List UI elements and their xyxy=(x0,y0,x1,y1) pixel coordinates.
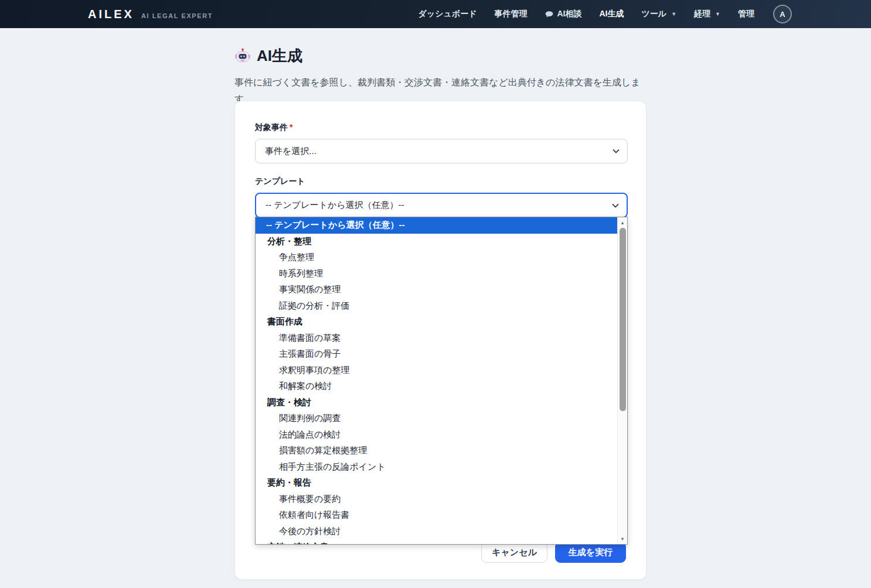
submit-generate-button[interactable]: 生成を実行 xyxy=(555,542,626,563)
nav-accounting-label: 経理 xyxy=(694,9,710,19)
nav-ai-consult-label: AI相談 xyxy=(557,9,582,19)
dropdown-scrollbar[interactable]: ▲ ▼ xyxy=(617,217,627,544)
dropdown-option[interactable]: 依頼者向け報告書 xyxy=(256,507,618,524)
chevron-down-icon xyxy=(613,149,620,153)
template-select-value: -- テンプレートから選択（任意）-- xyxy=(266,200,404,211)
page-title-text: AI生成 xyxy=(257,46,302,66)
scrollbar-thumb[interactable] xyxy=(620,228,626,411)
dropdown-option[interactable]: 事件概要の要約 xyxy=(256,491,618,508)
nav-dashboard[interactable]: ダッシュボード xyxy=(419,9,477,19)
dropdown-option[interactable]: 損害額の算定根拠整理 xyxy=(256,443,618,459)
dropdown-option[interactable]: 時系列整理 xyxy=(256,266,618,282)
dropdown-group-label[interactable]: 調査・検討 xyxy=(256,395,618,411)
nav-case-management[interactable]: 事件管理 xyxy=(495,9,528,19)
case-select[interactable]: 事件を選択... xyxy=(255,139,628,163)
dropdown-option[interactable]: 事実関係の整理 xyxy=(256,282,618,298)
user-avatar[interactable]: A xyxy=(773,5,792,23)
chevron-down-icon: ▼ xyxy=(671,11,676,17)
dropdown-option[interactable]: 関連判例の調査 xyxy=(256,411,618,427)
dropdown-group-label[interactable]: 分析・整理 xyxy=(256,234,618,250)
template-select[interactable]: -- テンプレートから選択（任意）-- xyxy=(255,193,628,218)
dropdown-option[interactable]: 法的論点の検討 xyxy=(256,427,618,443)
nav-tools[interactable]: ツール ▼ xyxy=(642,9,677,19)
app-header: AILEX AI LEGAL EXPERT ダッシュボード 事件管理 AI相談 … xyxy=(0,0,871,28)
chevron-down-icon: ▼ xyxy=(715,11,720,17)
nav-tools-label: ツール xyxy=(642,9,667,19)
robot-icon xyxy=(234,48,251,64)
nav-accounting[interactable]: 経理 ▼ xyxy=(694,9,720,19)
dropdown-option-selected[interactable]: -- テンプレートから選択（任意）-- xyxy=(256,217,618,234)
dropdown-option[interactable]: 証拠の分析・評価 xyxy=(256,298,618,314)
nav-admin-label: 管理 xyxy=(738,9,754,19)
template-dropdown-list: -- テンプレートから選択（任意）--分析・整理争点整理時系列整理事実関係の整理… xyxy=(256,217,618,545)
generation-form-card: 対象事件* 事件を選択... テンプレート -- テンプレートから選択（任意）-… xyxy=(234,101,647,580)
dropdown-option[interactable]: 主張書面の骨子 xyxy=(256,346,618,363)
scroll-up-icon[interactable]: ▲ xyxy=(618,218,627,227)
form-actions: キャンセル 生成を実行 xyxy=(481,542,626,563)
page-content: AI生成 事件に紐づく文書を参照し、裁判書類・交渉文書・連絡文書など出典付きの法… xyxy=(234,46,647,107)
nav-ai-generate[interactable]: AI生成 xyxy=(600,9,624,19)
nav-ai-consult[interactable]: AI相談 xyxy=(545,9,582,19)
case-field-label: 対象事件* xyxy=(255,122,626,133)
dropdown-option[interactable]: 和解案の検討 xyxy=(256,378,618,395)
dropdown-option[interactable]: 今後の方針検討 xyxy=(256,524,618,540)
template-field-label: テンプレート xyxy=(255,176,626,187)
brand-subtitle: AI LEGAL EXPERT xyxy=(141,12,213,19)
dropdown-option[interactable]: 相手方主張の反論ポイント xyxy=(256,459,618,476)
dropdown-group-label[interactable]: 交渉・連絡文書 xyxy=(256,539,618,545)
dropdown-group-label[interactable]: 要約・報告 xyxy=(256,475,618,491)
brand-logo[interactable]: AILEX AI LEGAL EXPERT xyxy=(88,8,213,21)
scroll-down-icon[interactable]: ▼ xyxy=(618,534,627,543)
case-select-value: 事件を選択... xyxy=(265,146,317,157)
dropdown-option[interactable]: 準備書面の草案 xyxy=(256,330,618,347)
nav-dashboard-label: ダッシュボード xyxy=(419,9,477,19)
main-nav: ダッシュボード 事件管理 AI相談 AI生成 ツール ▼ 経理 ▼ 管理 A xyxy=(419,5,792,23)
brand-name: AILEX xyxy=(88,8,134,21)
dropdown-group-label[interactable]: 書面作成 xyxy=(256,314,618,330)
nav-ai-generate-label: AI生成 xyxy=(600,9,624,19)
nav-case-management-label: 事件管理 xyxy=(495,9,528,19)
dropdown-option[interactable]: 求釈明事項の整理 xyxy=(256,363,618,379)
case-field-label-text: 対象事件 xyxy=(255,122,288,132)
page-title: AI生成 xyxy=(234,46,647,66)
nav-admin[interactable]: 管理 xyxy=(738,9,754,19)
required-mark: * xyxy=(290,122,292,132)
chat-bubble-icon xyxy=(545,11,554,18)
template-dropdown: -- テンプレートから選択（任意）--分析・整理争点整理時系列整理事実関係の整理… xyxy=(255,217,628,545)
chevron-down-icon xyxy=(612,203,619,208)
cancel-button[interactable]: キャンセル xyxy=(481,542,547,563)
dropdown-option[interactable]: 争点整理 xyxy=(256,249,618,266)
